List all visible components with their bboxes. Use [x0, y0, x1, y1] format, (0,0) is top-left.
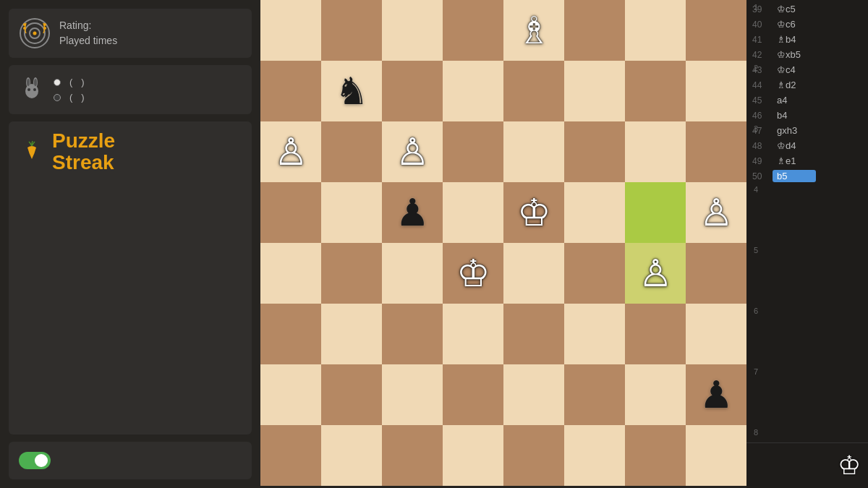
game-info: () () [54, 74, 85, 106]
square-2-7[interactable] [686, 121, 746, 182]
move-white[interactable]: ♔c6 [773, 18, 816, 30]
square-2-4[interactable] [503, 121, 564, 182]
square-2-5[interactable] [564, 121, 625, 182]
square-1-0[interactable] [260, 61, 321, 121]
square-0-0[interactable] [260, 0, 321, 61]
toggle-track[interactable] [19, 452, 51, 469]
square-2-3[interactable] [443, 121, 503, 182]
square-6-4[interactable] [503, 364, 564, 425]
jump-toggle[interactable] [19, 452, 51, 469]
square-7-6[interactable] [625, 425, 686, 486]
move-white[interactable]: ♔c4 [773, 64, 816, 76]
square-0-6[interactable] [625, 0, 686, 61]
square-5-0[interactable] [260, 304, 321, 364]
square-0-3[interactable] [443, 0, 503, 61]
move-white[interactable]: ♗d2 [773, 79, 816, 91]
square-2-0[interactable]: ♙ [260, 121, 321, 182]
square-1-3[interactable] [443, 61, 503, 121]
square-7-0[interactable] [260, 425, 321, 486]
square-7-5[interactable] [564, 425, 625, 486]
square-5-1[interactable] [321, 304, 382, 364]
square-4-4[interactable] [503, 243, 564, 304]
square-1-6[interactable] [625, 61, 686, 121]
square-6-3[interactable] [443, 364, 503, 425]
piece-white-2-0[interactable]: ♙ [274, 133, 308, 171]
square-3-5[interactable] [564, 182, 625, 243]
move-white[interactable]: ♗e1 [773, 155, 816, 167]
move-white[interactable]: ♗b4 [773, 33, 816, 46]
square-7-7[interactable] [686, 425, 746, 486]
square-3-6[interactable] [625, 182, 686, 243]
piece-white-3-4[interactable]: ♔ [517, 194, 551, 231]
square-1-4[interactable] [503, 61, 564, 121]
square-5-7[interactable] [686, 304, 746, 364]
move-white[interactable]: b5 [773, 170, 816, 182]
square-2-2[interactable]: ♙ [382, 121, 443, 182]
piece-white-4-3[interactable]: ♔ [456, 254, 490, 292]
square-0-4[interactable]: ♗ [503, 0, 564, 61]
square-3-3[interactable] [443, 182, 503, 243]
square-4-3[interactable]: ♔ [443, 243, 503, 304]
king-piece-footer[interactable]: ♔ [838, 450, 861, 481]
square-6-7[interactable]: ♟ [686, 364, 746, 425]
square-1-7[interactable] [686, 61, 746, 121]
square-7-4[interactable] [503, 425, 564, 486]
piece-black-1-1[interactable]: ♞ [335, 72, 369, 110]
white-dot [54, 79, 61, 86]
square-5-3[interactable] [443, 304, 503, 364]
square-1-1[interactable]: ♞ [321, 61, 382, 121]
piece-white-4-6[interactable]: ♙ [639, 254, 673, 292]
square-3-2[interactable]: ♟ [382, 182, 443, 243]
piece-white-2-2[interactable]: ♙ [396, 133, 430, 171]
square-3-7[interactable]: ♙ [686, 182, 746, 243]
square-4-6[interactable]: ♙ [625, 243, 686, 304]
move-white[interactable]: ♔c5 [773, 3, 816, 15]
piece-black-3-2[interactable]: ♟ [396, 194, 430, 231]
move-white[interactable]: a4 [773, 94, 816, 106]
square-5-4[interactable] [503, 304, 564, 364]
square-6-0[interactable] [260, 364, 321, 425]
square-0-5[interactable] [564, 0, 625, 61]
square-3-0[interactable] [260, 182, 321, 243]
square-1-2[interactable] [382, 61, 443, 121]
chess-board[interactable]: ♗♞♙♙♟♔♙♔♙♟ [260, 0, 746, 486]
square-0-7[interactable] [686, 0, 746, 61]
square-6-5[interactable] [564, 364, 625, 425]
row-num-5: 5 [751, 243, 761, 304]
piece-black-6-7[interactable]: ♟ [699, 376, 733, 414]
square-4-0[interactable] [260, 243, 321, 304]
move-white[interactable]: gxh3 [773, 124, 816, 137]
move-white[interactable]: ♔xb5 [773, 48, 816, 61]
move-white[interactable]: b4 [773, 109, 816, 121]
square-5-2[interactable] [382, 304, 443, 364]
piece-white-0-4[interactable]: ♗ [517, 12, 551, 49]
square-6-2[interactable] [382, 364, 443, 425]
square-5-6[interactable] [625, 304, 686, 364]
square-4-1[interactable] [321, 243, 382, 304]
square-6-1[interactable] [321, 364, 382, 425]
square-5-5[interactable] [564, 304, 625, 364]
move-list[interactable]: 39♔c540♔c641♗b442♔xb543♔c444♗d245a446b44… [746, 0, 868, 442]
move-row: 40♔c6 [746, 17, 868, 32]
piece-white-3-7[interactable]: ♙ [699, 194, 733, 231]
square-4-7[interactable] [686, 243, 746, 304]
square-4-5[interactable] [564, 243, 625, 304]
square-2-1[interactable] [321, 121, 382, 182]
right-footer: ♔ [746, 442, 868, 488]
square-3-1[interactable] [321, 182, 382, 243]
square-3-4[interactable]: ♔ [503, 182, 564, 243]
left-panel: Rating: Played times () () [0, 0, 260, 488]
square-1-5[interactable] [564, 61, 625, 121]
move-white[interactable]: ♔d4 [773, 140, 816, 152]
square-0-2[interactable] [382, 0, 443, 61]
row-numbers: 1 2 3 4 5 6 7 8 [751, 0, 761, 488]
square-7-3[interactable] [443, 425, 503, 486]
move-row: 48♔d4 [746, 138, 868, 153]
square-7-1[interactable] [321, 425, 382, 486]
square-4-2[interactable] [382, 243, 443, 304]
svg-point-5 [23, 27, 26, 30]
square-0-1[interactable] [321, 0, 382, 61]
square-7-2[interactable] [382, 425, 443, 486]
square-6-6[interactable] [625, 364, 686, 425]
square-2-6[interactable] [625, 121, 686, 182]
